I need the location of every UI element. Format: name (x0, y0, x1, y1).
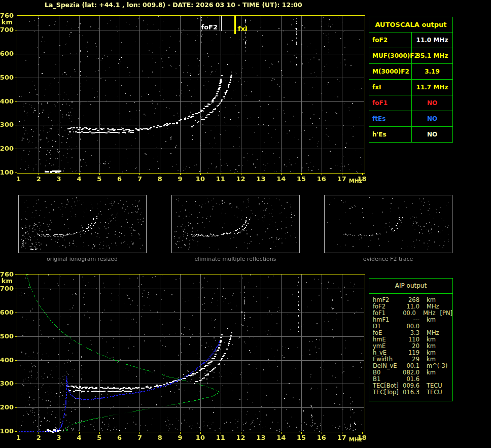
aip-n: TEC[Top] (373, 389, 401, 396)
param-name: M(3000)F2 (369, 64, 412, 79)
aip-e: [PN] (440, 310, 452, 317)
param-value: NO (412, 127, 452, 142)
aip-rows: hmF2268kmfoF211.0MHzfoF100.0MHz[PN]hmF1-… (369, 294, 452, 396)
autoscala-row: MUF(3000)F235.1 MHz (369, 48, 452, 64)
panel-caption-original: original ionogram resized (18, 256, 146, 262)
autoscala-row: M(3000)F23.19 (369, 64, 452, 80)
autoscala-row: foF211.0 MHz (369, 32, 452, 48)
param-value: NO (412, 111, 452, 126)
autoscala-row: foF1NO (369, 95, 452, 111)
param-name: h'Es (369, 127, 412, 142)
page-title: La_Spezia (lat: +44.1 , lon: 009.8) - DA… (45, 1, 302, 9)
autoscala-row: h'EsNO (369, 127, 452, 142)
autoscala-table: AUTOSCALA output foF211.0 MHzMUF(3000)F2… (369, 17, 453, 143)
autoscala-row: fxI11.7 MHz (369, 80, 452, 95)
param-value: 11.7 MHz (412, 80, 452, 95)
panel-caption-evidence: evidence F2 trace (324, 256, 452, 262)
aip-table: AIP output hmF2268kmfoF211.0MHzfoF100.0M… (369, 278, 453, 401)
autoscala-rows: foF211.0 MHzMUF(3000)F235.1 MHzM(3000)F2… (369, 32, 452, 142)
aip-u: TECU (427, 389, 442, 396)
param-name: foF2 (369, 32, 412, 48)
aip-v: 016.3 (401, 389, 419, 396)
aip-u: km (427, 369, 436, 376)
param-name: ftEs (369, 111, 412, 126)
autoscala-row: ftEsNO (369, 111, 452, 127)
param-value: 3.19 (412, 64, 452, 79)
aip-row: TEC[Top]016.3TECU (373, 389, 452, 396)
param-value: 35.1 MHz (412, 48, 452, 63)
param-name: MUF(3000)F2 (369, 48, 412, 63)
autoscala-header: AUTOSCALA output (369, 17, 452, 32)
param-value: NO (412, 95, 452, 111)
aip-u: km (427, 317, 436, 323)
param-value: 11.0 MHz (412, 32, 452, 48)
aip-header: AIP output (369, 279, 452, 294)
param-name: foF1 (369, 95, 412, 111)
panel-caption-eliminate: eliminate multiple reflections (171, 256, 299, 262)
param-name: fxI (369, 80, 412, 95)
